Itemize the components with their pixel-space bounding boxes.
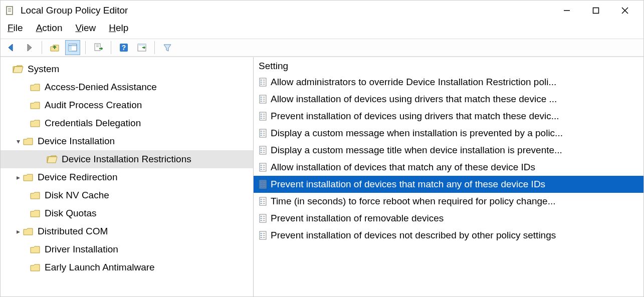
svg-text:?: ?: [122, 44, 126, 52]
policy-setting-icon: [258, 128, 269, 139]
policy-setting-icon: [258, 179, 269, 190]
svg-rect-82: [261, 233, 262, 234]
details-pane-button[interactable]: [65, 40, 80, 55]
close-button[interactable]: [610, 1, 639, 21]
list-item-label: Allow installation of devices using driv…: [271, 94, 557, 105]
tree-item[interactable]: Access-Denied Assistance: [1, 78, 253, 96]
policy-setting-icon: [258, 230, 269, 241]
svg-rect-75: [261, 216, 262, 217]
tree-label: Disk Quotas: [45, 208, 96, 219]
svg-rect-35: [261, 116, 262, 117]
list-row[interactable]: Display a custom message title when devi…: [254, 142, 643, 159]
list-item-label: Display a custom message title when devi…: [271, 145, 562, 156]
list-row[interactable]: Prevent installation of devices using dr…: [254, 108, 643, 125]
tree-item[interactable]: Early Launch Antimalware: [1, 258, 253, 276]
svg-rect-54: [261, 165, 262, 166]
forward-button[interactable]: [22, 40, 37, 55]
svg-rect-21: [261, 82, 262, 83]
folder-open-icon: [13, 65, 24, 74]
tree-label: Audit Process Creation: [45, 100, 142, 111]
svg-rect-56: [261, 167, 262, 168]
svg-rect-30: [261, 101, 262, 102]
folder-icon: [30, 83, 41, 92]
svg-rect-51: [261, 152, 262, 153]
menu-help[interactable]: Help: [109, 23, 128, 34]
policy-setting-icon: [258, 94, 269, 105]
list-item-label: Display a custom message when installati…: [271, 128, 563, 139]
menu-file[interactable]: File: [8, 23, 23, 34]
app-icon: [5, 5, 16, 16]
list-column-header[interactable]: Setting: [254, 57, 643, 74]
folder-icon: [23, 137, 34, 146]
folder-icon: [23, 227, 34, 236]
tree-item[interactable]: Device Installation Restrictions: [1, 150, 253, 168]
svg-rect-5: [593, 8, 599, 14]
expander-icon[interactable]: ▾: [15, 137, 22, 145]
policy-setting-icon: [258, 196, 269, 207]
tree-item[interactable]: ▾Device Installation: [1, 132, 253, 150]
tree-root[interactable]: System: [1, 60, 253, 78]
window: Local Group Policy Editor File Action Vi…: [0, 0, 644, 297]
show-pane-button[interactable]: [134, 40, 149, 55]
policy-setting-icon: [258, 162, 269, 173]
list-item-label: Allow installation of devices that match…: [271, 162, 535, 173]
tree-item[interactable]: Driver Installation: [1, 240, 253, 258]
help-button[interactable]: ?: [116, 40, 131, 55]
svg-rect-11: [95, 44, 100, 51]
list-row[interactable]: Allow installation of devices using driv…: [254, 91, 643, 108]
list-row[interactable]: Prevent installation of devices that mat…: [254, 176, 643, 193]
svg-rect-86: [261, 237, 262, 238]
export-list-button[interactable]: [91, 40, 106, 55]
folder-icon: [23, 173, 34, 182]
policy-setting-icon: [258, 145, 269, 156]
policy-setting-icon: [258, 77, 269, 88]
folder-icon: [30, 263, 41, 272]
list-pane: Setting Allow administrators to override…: [254, 57, 643, 296]
svg-rect-72: [261, 203, 262, 204]
list-row[interactable]: Prevent installation of devices not desc…: [254, 227, 643, 244]
svg-rect-47: [261, 148, 262, 149]
maximize-button[interactable]: [581, 1, 610, 21]
expander-icon[interactable]: ▸: [15, 227, 22, 235]
list-row[interactable]: Prevent installation of removable device…: [254, 210, 643, 227]
svg-rect-79: [261, 220, 262, 221]
list-row[interactable]: Allow administrators to override Device …: [254, 74, 643, 91]
folder-icon: [30, 245, 41, 254]
list-item-label: Prevent installation of removable device…: [271, 213, 444, 224]
list-row[interactable]: Display a custom message when installati…: [254, 125, 643, 142]
folder-icon: [30, 191, 41, 200]
list-item-label: Prevent installation of devices not desc…: [271, 230, 556, 241]
list-row[interactable]: Time (in seconds) to force reboot when r…: [254, 193, 643, 210]
filter-button[interactable]: [160, 40, 175, 55]
expander-icon[interactable]: ▸: [15, 173, 22, 181]
tree-item[interactable]: Disk Quotas: [1, 204, 253, 222]
svg-rect-63: [261, 184, 262, 185]
svg-rect-0: [7, 7, 13, 15]
up-button[interactable]: [47, 40, 62, 55]
svg-rect-9: [69, 44, 72, 51]
svg-rect-37: [261, 118, 262, 119]
svg-rect-33: [261, 114, 262, 115]
svg-rect-23: [261, 84, 262, 85]
list-item-label: Time (in seconds) to force reboot when r…: [271, 196, 556, 207]
minimize-button[interactable]: [552, 1, 581, 21]
menu-action[interactable]: Action: [36, 23, 63, 34]
svg-rect-84: [261, 235, 262, 236]
tree-item[interactable]: Audit Process Creation: [1, 96, 253, 114]
tree-item[interactable]: Disk NV Cache: [1, 186, 253, 204]
tree-item[interactable]: ▸Device Redirection: [1, 168, 253, 186]
svg-rect-68: [261, 199, 262, 200]
list-row[interactable]: Allow installation of devices that match…: [254, 159, 643, 176]
svg-rect-28: [261, 99, 262, 100]
tree-pane[interactable]: SystemAccess-Denied AssistanceAudit Proc…: [1, 57, 254, 296]
back-button[interactable]: [4, 40, 19, 55]
policy-setting-icon: [258, 213, 269, 224]
tree-item[interactable]: ▸Distributed COM: [1, 222, 253, 240]
svg-rect-58: [261, 169, 262, 170]
tree-item[interactable]: Credentials Delegation: [1, 114, 253, 132]
folder-icon: [30, 209, 41, 218]
menubar: File Action View Help: [1, 21, 643, 39]
svg-rect-17: [138, 44, 146, 46]
svg-rect-44: [261, 135, 262, 136]
menu-view[interactable]: View: [75, 23, 96, 34]
